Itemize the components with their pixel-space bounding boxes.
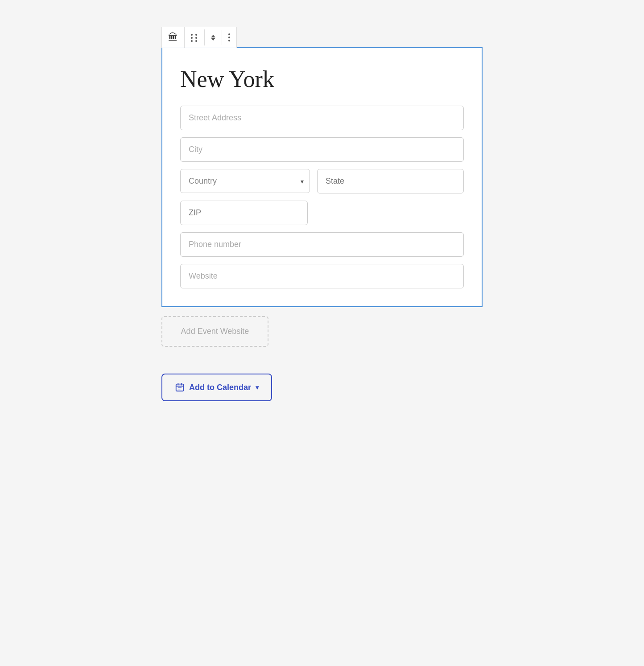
calendar-icon bbox=[175, 382, 185, 392]
country-select-wrapper: Country ▾ bbox=[180, 169, 310, 193]
page-container: 🏛 New Yo bbox=[9, 9, 635, 666]
country-state-row: Country ▾ bbox=[180, 169, 464, 193]
drag-handle-icon[interactable] bbox=[191, 34, 198, 41]
street-address-input[interactable] bbox=[180, 106, 464, 130]
add-event-website-button[interactable]: Add Event Website bbox=[161, 316, 268, 347]
toolbar-arrows-group bbox=[205, 30, 222, 45]
state-input[interactable] bbox=[317, 169, 464, 193]
zip-input[interactable] bbox=[180, 201, 308, 225]
venue-card: New York Country ▾ bbox=[161, 47, 483, 307]
city-input[interactable] bbox=[180, 137, 464, 162]
add-to-calendar-label: Add to Calendar bbox=[189, 383, 251, 392]
move-down-icon[interactable] bbox=[211, 38, 215, 41]
city-title: New York bbox=[180, 66, 464, 92]
main-content: 🏛 New Yo bbox=[161, 27, 483, 401]
country-select[interactable]: Country bbox=[180, 169, 310, 193]
add-to-calendar-button[interactable]: Add to Calendar ▾ bbox=[161, 374, 272, 401]
phone-input[interactable] bbox=[180, 232, 464, 257]
toolbar-drag-group bbox=[185, 29, 205, 45]
website-input[interactable] bbox=[180, 264, 464, 288]
move-arrows bbox=[211, 35, 215, 41]
chevron-down-icon: ▾ bbox=[256, 384, 259, 391]
toolbar-more-group bbox=[222, 29, 236, 46]
move-up-icon[interactable] bbox=[211, 35, 215, 37]
toolbar-venue-group: 🏛 bbox=[162, 27, 185, 48]
venue-icon: 🏛 bbox=[168, 32, 178, 43]
address-form: Country ▾ bbox=[180, 106, 464, 288]
more-options-icon[interactable] bbox=[228, 33, 230, 41]
toolbar: 🏛 bbox=[161, 27, 237, 48]
